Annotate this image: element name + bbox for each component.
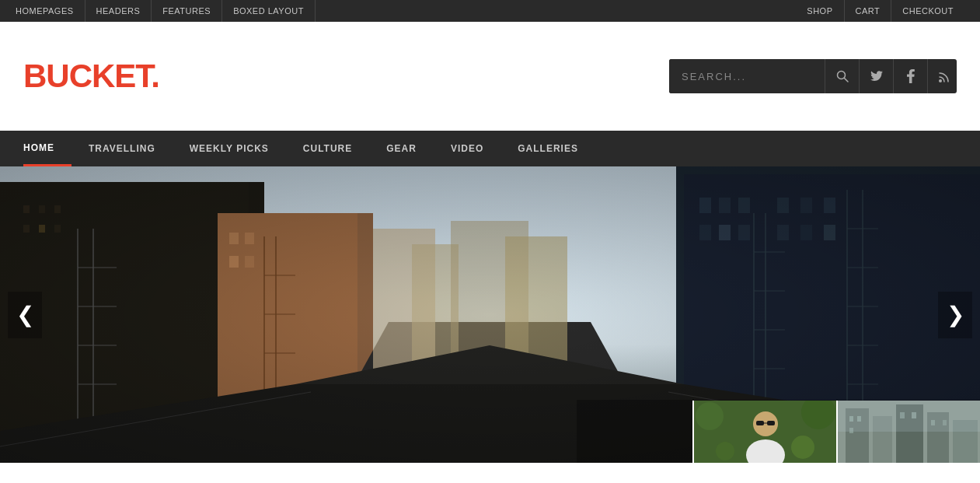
nav-video[interactable]: VIDEO <box>434 131 500 166</box>
nav-checkout[interactable]: CHECKOUT <box>891 0 964 22</box>
svg-point-81 <box>791 436 814 459</box>
nav-shop[interactable]: SHOP <box>796 0 843 22</box>
nav-gear[interactable]: GEAR <box>369 131 434 166</box>
hero-slider: ❮ ❯ <box>0 166 980 463</box>
rss-icon[interactable] <box>927 59 957 93</box>
twitter-icon[interactable] <box>859 59 893 93</box>
header-icons <box>825 59 957 93</box>
thumbnail-strip <box>692 401 980 463</box>
header: BUCKET. <box>0 22 980 131</box>
top-bar-left: HOMEPAGES HEADERS FEATURES BOXED LAYOUT <box>16 0 316 22</box>
logo[interactable]: BUCKET. <box>23 58 159 95</box>
top-bar: HOMEPAGES HEADERS FEATURES BOXED LAYOUT … <box>0 0 980 22</box>
svg-point-79 <box>696 402 724 430</box>
nav-home[interactable]: HOME <box>23 131 71 166</box>
svg-rect-76 <box>756 421 764 425</box>
svg-rect-77 <box>767 421 775 425</box>
search-icon[interactable] <box>825 59 859 93</box>
nav-homepages[interactable]: HOMEPAGES <box>16 0 85 22</box>
slider-prev-button[interactable]: ❮ <box>8 292 42 338</box>
svg-rect-96 <box>838 401 980 432</box>
slider-next-button[interactable]: ❯ <box>938 292 972 338</box>
next-arrow-icon: ❯ <box>947 302 964 327</box>
nav-travelling[interactable]: TRAVELLING <box>71 131 173 166</box>
svg-point-82 <box>716 442 734 460</box>
nav-bar: HOME TRAVELLING WEEKLY PICKS CULTURE GEA… <box>0 131 980 166</box>
nav-culture[interactable]: CULTURE <box>286 131 369 166</box>
header-search-bar <box>669 59 957 93</box>
svg-line-1 <box>844 79 848 82</box>
thumbnail-2[interactable] <box>836 401 980 463</box>
nav-features[interactable]: FEATURES <box>152 0 222 22</box>
prev-arrow-icon: ❮ <box>16 302 34 327</box>
svg-point-2 <box>939 79 942 82</box>
nav-weekly-picks[interactable]: WEEKLY PICKS <box>173 131 286 166</box>
nav-cart[interactable]: CART <box>844 0 891 22</box>
search-input[interactable] <box>669 59 825 93</box>
nav-headers[interactable]: HEADERS <box>85 0 152 22</box>
top-bar-right: SHOP CART CHECKOUT <box>796 0 964 22</box>
facebook-icon[interactable] <box>893 59 927 93</box>
thumbnail-1[interactable] <box>692 401 836 463</box>
nav-boxed-layout[interactable]: BOXED LAYOUT <box>222 0 316 22</box>
nav-galleries[interactable]: GALLERIES <box>500 131 595 166</box>
